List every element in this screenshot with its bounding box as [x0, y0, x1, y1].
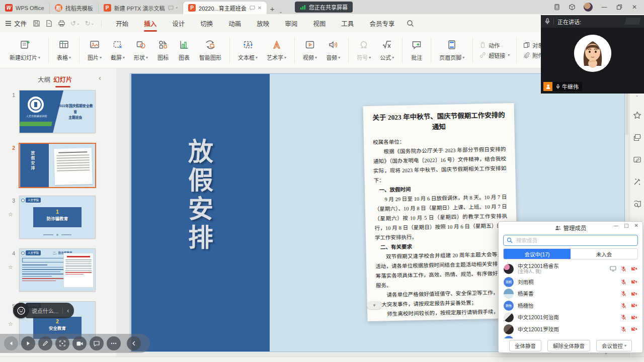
- member-row[interactable]: 杨美香: [499, 288, 642, 300]
- screen-share-icon[interactable]: [610, 266, 616, 272]
- unmute-all-button[interactable]: 解除全体静音: [547, 340, 590, 351]
- screen-share-banner[interactable]: 您正在共享屏幕: [295, 2, 353, 13]
- slide-thumbnail-2-selected[interactable]: 放假安排: [19, 143, 96, 188]
- camera-off-icon[interactable]: [631, 326, 637, 332]
- chat-input-pill[interactable]: 说点什么... ‹: [26, 303, 74, 318]
- textbox-button[interactable]: A 文本框▾: [234, 37, 261, 63]
- member-search-input[interactable]: [515, 237, 634, 244]
- menu-tab-review[interactable]: 审阅: [284, 14, 298, 33]
- slide-thumbnail-4[interactable]: 人文学院 二、防诈骗教育: [19, 248, 96, 292]
- slide-thumbnail-1[interactable]: 人文与新媒体学院 2022年国庆假期安全教育 主题班会: [19, 90, 96, 133]
- manage-members-panel[interactable]: 管理成员 — □ ✕ 会议中(17) 未入会 中文12001杨睿东 (主持人, …: [498, 221, 643, 353]
- camera-button[interactable]: [72, 336, 87, 350]
- mobile-view-icon[interactable]: [549, 0, 565, 14]
- tab-list-chevron[interactable]: ⌄: [279, 9, 283, 14]
- meeting-control-button[interactable]: 会议管控▾: [596, 340, 632, 351]
- tab-label: 找稻壳模板: [65, 4, 93, 12]
- new-slide-button[interactable]: 新建幻灯片▾: [6, 37, 44, 63]
- camera-off-icon[interactable]: [631, 315, 637, 320]
- print-icon[interactable]: [58, 20, 65, 27]
- file-menu-button[interactable]: 文件: [0, 19, 33, 28]
- redo-icon[interactable]: ↻⌄: [85, 20, 95, 27]
- minimize-button[interactable]: —: [597, 0, 612, 14]
- wordart-button[interactable]: 艺术字▾: [263, 37, 290, 63]
- undo-icon[interactable]: ↺⌄: [70, 20, 80, 27]
- camera-off-icon[interactable]: [631, 291, 637, 297]
- mic-muted-icon[interactable]: [621, 303, 626, 309]
- menu-tab-insert[interactable]: 插入: [143, 14, 157, 33]
- chat-button[interactable]: [90, 336, 104, 350]
- close-tab-icon[interactable]: ✕: [258, 5, 262, 11]
- tab-wps-office[interactable]: W WPS Office: [0, 2, 50, 14]
- account-avatar[interactable]: [584, 3, 593, 12]
- tab-new-pptx[interactable]: P 新建 PPTX 演示文稿 •: [99, 2, 183, 14]
- search-icon[interactable]: [407, 20, 414, 27]
- menu-tab-home[interactable]: 开始: [115, 14, 129, 33]
- tab-current-document[interactable]: P 20220...育主题班会 ✕: [183, 2, 267, 14]
- video-call-panel[interactable]: 正在讲话: 牛继伟: [541, 15, 644, 94]
- chart-button[interactable]: 图表: [175, 37, 194, 63]
- member-row[interactable]: 穗怡 杨穗怡: [499, 300, 642, 312]
- icons-button[interactable]: 图标: [153, 37, 173, 63]
- more-options-button[interactable]: [107, 336, 121, 350]
- member-row[interactable]: 中文12001罗玟雨: [499, 323, 642, 335]
- screenshot-button[interactable]: 截屏▾: [107, 37, 128, 63]
- header-footer-button[interactable]: 页眉页脚▾: [436, 37, 468, 63]
- menu-tab-view[interactable]: 视图: [312, 14, 327, 33]
- menu-tab-member[interactable]: 会员专享: [368, 14, 395, 33]
- save-icon[interactable]: [33, 20, 40, 27]
- slide-layout-icon[interactable]: [633, 133, 641, 142]
- mic-muted-icon[interactable]: [621, 326, 626, 332]
- notice-document-image[interactable]: 关于 2023 年中秋节、国庆节假期工作安排的通知 校属各单位： 根据《国务院办…: [363, 103, 519, 321]
- previous-slide-button[interactable]: [4, 336, 18, 350]
- screenshot-frame-button[interactable]: [55, 336, 69, 350]
- annotate-pen-button[interactable]: [38, 336, 52, 350]
- table-button[interactable]: 表格▾: [53, 37, 74, 63]
- menu-tab-animation[interactable]: 动画: [227, 14, 242, 33]
- shapes-button[interactable]: 形状▾: [130, 37, 151, 63]
- close-button[interactable]: ✕: [627, 0, 642, 14]
- tab-in-meeting[interactable]: 会议中(17): [504, 249, 571, 259]
- mic-muted-icon[interactable]: [621, 314, 626, 320]
- app-center-cube-icon[interactable]: [565, 0, 580, 14]
- tools-icon[interactable]: [633, 177, 641, 186]
- tab-not-joined[interactable]: 未入会: [571, 249, 637, 259]
- tab-docer-templates[interactable]: 稻 找稻壳模板: [50, 2, 99, 14]
- members-close-button[interactable]: ✕: [634, 223, 638, 228]
- mute-all-button[interactable]: 全体静音: [509, 340, 541, 351]
- play-slideshow-button[interactable]: [21, 336, 35, 350]
- members-maximize-button[interactable]: □: [624, 223, 628, 228]
- favorite-star-icon[interactable]: [633, 111, 641, 120]
- member-search-box[interactable]: [503, 235, 638, 246]
- member-row[interactable]: 中文12001何治南: [499, 312, 642, 324]
- members-minimize-button[interactable]: —: [613, 223, 618, 228]
- restore-button[interactable]: [612, 0, 627, 14]
- video-button[interactable]: 视频▾: [299, 37, 320, 63]
- document-find-icon[interactable]: [633, 200, 641, 208]
- smartart-button[interactable]: 智能图形: [196, 37, 225, 63]
- new-tab-button[interactable]: +: [267, 3, 278, 14]
- output-pdf-icon[interactable]: [45, 20, 53, 27]
- camera-off-icon[interactable]: [631, 279, 637, 285]
- collapse-handle[interactable]: ▼: [367, 301, 382, 309]
- mic-muted-icon[interactable]: [621, 266, 626, 272]
- member-row[interactable]: 中文12001杨睿东 (主持人, 我): [499, 261, 642, 276]
- menu-tab-slideshow[interactable]: 放映: [256, 14, 270, 33]
- mic-muted-icon[interactable]: [621, 279, 626, 285]
- audio-button[interactable]: 音频▾: [323, 37, 344, 63]
- camera-off-icon[interactable]: [631, 266, 637, 272]
- slide-thumbnail-3[interactable]: 人文学院 1 防诈骗教育: [19, 196, 96, 239]
- collapse-bar-button[interactable]: [127, 336, 141, 350]
- resource-pen-icon[interactable]: [633, 155, 641, 164]
- formula-button[interactable]: 公式▾: [376, 37, 397, 63]
- mic-muted-icon[interactable]: [621, 291, 626, 297]
- menu-tab-design[interactable]: 设计: [171, 14, 186, 33]
- comment-button[interactable]: 批注: [407, 37, 426, 63]
- camera-off-icon[interactable]: [631, 303, 637, 308]
- menu-tab-transition[interactable]: 切换: [199, 14, 214, 33]
- picture-button[interactable]: 图片▾: [84, 37, 105, 63]
- chevron-left-icon[interactable]: ‹: [67, 307, 69, 314]
- member-row[interactable]: 雨桐 刘雨桐: [499, 276, 642, 288]
- menu-tab-tools[interactable]: 工具: [340, 14, 355, 33]
- emoji-icon[interactable]: [13, 303, 29, 318]
